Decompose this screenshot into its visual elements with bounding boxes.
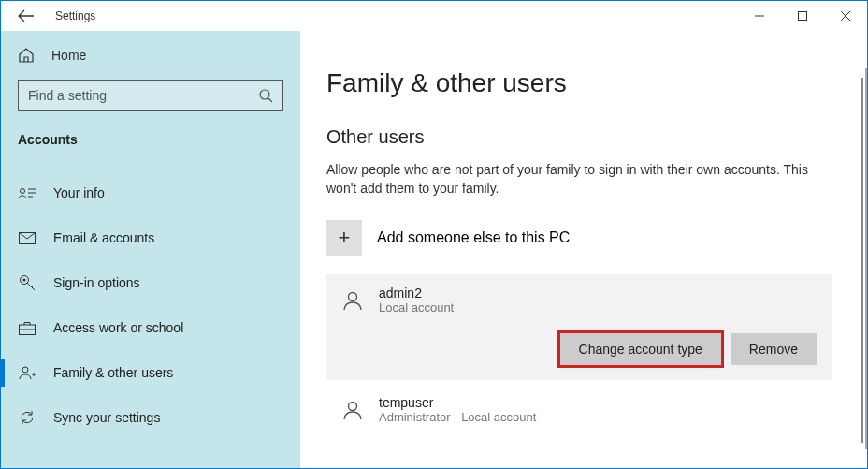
user-entry[interactable]: tempuser Administrator - Local account <box>326 388 832 432</box>
add-someone-row[interactable]: + Add someone else to this PC <box>326 220 841 256</box>
section-description: Allow people who are not part of your fa… <box>326 161 813 198</box>
nav-label: Email & accounts <box>53 230 154 245</box>
search-input[interactable] <box>28 88 258 103</box>
people-plus-icon <box>18 365 36 380</box>
sidebar: Home Accounts Your info Email & accounts… <box>1 31 300 468</box>
nav-label: Sign-in options <box>53 275 140 290</box>
svg-line-14 <box>32 286 34 287</box>
main-content: Family & other users Other users Allow p… <box>300 31 867 468</box>
main-scrollbar[interactable] <box>861 78 863 443</box>
svg-rect-1 <box>799 12 807 21</box>
close-button[interactable] <box>824 1 867 31</box>
user-type: Administrator - Local account <box>379 410 536 424</box>
nav-label: Your info <box>53 185 105 200</box>
nav-label: Family & other users <box>53 365 173 380</box>
nav-label: Access work or school <box>53 320 183 335</box>
nav-label: Sync your settings <box>53 410 160 425</box>
svg-point-20 <box>349 292 357 300</box>
remove-button[interactable]: Remove <box>731 333 817 365</box>
nav-email-accounts[interactable]: Email & accounts <box>18 218 283 257</box>
search-icon <box>258 88 273 103</box>
section-title: Other users <box>326 126 841 148</box>
person-icon <box>341 289 364 312</box>
user-type: Local account <box>379 300 454 315</box>
svg-point-12 <box>23 279 26 282</box>
svg-line-13 <box>27 283 35 290</box>
minimize-button[interactable] <box>738 1 781 31</box>
mail-icon <box>18 232 36 244</box>
home-link[interactable]: Home <box>18 48 283 63</box>
home-label: Home <box>51 48 86 63</box>
titlebar: Settings <box>1 1 867 31</box>
plus-icon: + <box>326 220 362 256</box>
sidebar-section-head: Accounts <box>18 132 283 147</box>
user-name: tempuser <box>379 395 536 410</box>
svg-point-6 <box>21 189 25 194</box>
back-arrow-icon[interactable] <box>18 9 35 22</box>
svg-point-17 <box>22 367 28 373</box>
search-box[interactable] <box>18 80 283 111</box>
svg-point-21 <box>349 402 357 410</box>
user-entry-selected[interactable]: admin2 Local account Change account type… <box>326 274 832 380</box>
person-icon <box>341 399 364 421</box>
person-card-icon <box>18 186 36 199</box>
maximize-button[interactable] <box>781 1 824 31</box>
nav-your-info[interactable]: Your info <box>18 173 283 213</box>
svg-line-5 <box>268 98 272 102</box>
change-account-type-button[interactable]: Change account type <box>560 333 721 365</box>
nav-access-work-school[interactable]: Access work or school <box>18 308 283 347</box>
user-name: admin2 <box>379 286 454 300</box>
home-icon <box>18 48 35 63</box>
page-title: Family & other users <box>326 68 841 98</box>
add-label: Add someone else to this PC <box>377 229 570 246</box>
svg-point-4 <box>260 90 269 99</box>
nav-sync-settings[interactable]: Sync your settings <box>18 398 283 437</box>
window-title: Settings <box>55 9 95 22</box>
sync-icon <box>18 409 36 426</box>
key-icon <box>18 274 36 291</box>
nav-signin-options[interactable]: Sign-in options <box>18 263 283 302</box>
briefcase-icon <box>18 321 36 335</box>
nav-family-other-users[interactable]: Family & other users <box>18 353 283 392</box>
